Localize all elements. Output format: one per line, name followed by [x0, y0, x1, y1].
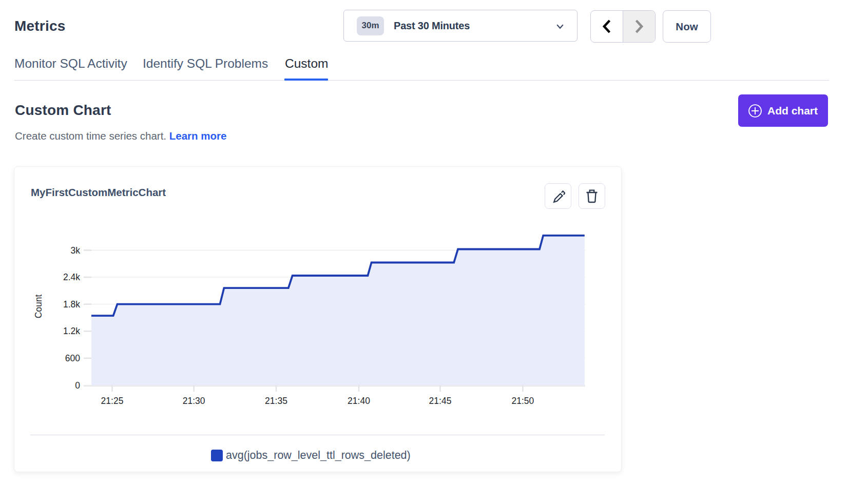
svg-text:600: 600 — [65, 353, 80, 363]
svg-text:3k: 3k — [71, 245, 81, 256]
svg-text:1.2k: 1.2k — [63, 326, 80, 336]
svg-text:Count: Count — [33, 295, 44, 319]
svg-text:21:35: 21:35 — [265, 396, 287, 406]
svg-text:21:45: 21:45 — [429, 396, 452, 406]
svg-text:21:50: 21:50 — [512, 396, 534, 406]
svg-text:1.8k: 1.8k — [63, 299, 80, 309]
svg-text:21:30: 21:30 — [183, 396, 205, 406]
svg-text:21:25: 21:25 — [101, 396, 124, 406]
svg-text:0: 0 — [75, 380, 80, 391]
svg-text:21:40: 21:40 — [348, 396, 370, 406]
svg-text:2.4k: 2.4k — [63, 272, 80, 282]
